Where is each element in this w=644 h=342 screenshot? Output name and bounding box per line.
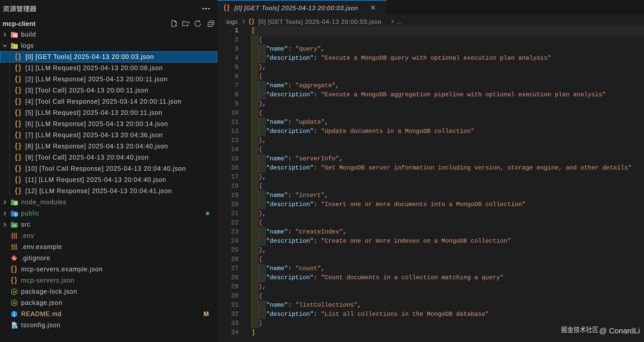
svg-text:JS: JS — [12, 290, 16, 294]
svg-text:JS: JS — [12, 301, 16, 305]
svg-text:TS: TS — [14, 325, 17, 329]
